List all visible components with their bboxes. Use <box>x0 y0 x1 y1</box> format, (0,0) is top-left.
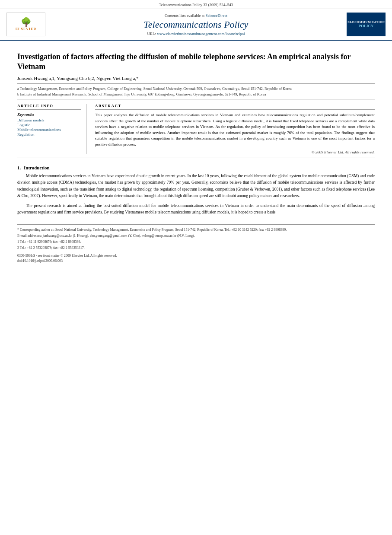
paper-title: Investigation of factors affecting the d… <box>17 52 375 72</box>
sciencedirect-label: Contents lists available at <box>165 13 204 18</box>
telecom-logo-subtitle: POLICY <box>358 24 373 29</box>
abstract-text: This paper analyzes the diffusion of mob… <box>95 112 375 147</box>
journal-url: URL: www.elsevierbusinessandmanagement.c… <box>52 32 340 36</box>
sciencedirect-link-text: ScienceDirect <box>206 13 227 18</box>
page: Telecommunications Policy 33 (2009) 534–… <box>0 0 392 535</box>
telecom-logo-container: TELECOMMUNICATIONS POLICY <box>344 13 388 36</box>
keywords-section: Keywords: Diffusion models Logistic Mobi… <box>17 112 81 137</box>
keywords-list: Diffusion models Logistic Mobile telecom… <box>17 118 81 137</box>
article-info-column: ARTICLE INFO Keywords: Diffusion models … <box>17 104 86 154</box>
keywords-label: Keywords: <box>17 112 81 117</box>
introduction-section: 1. Introduction Mobile telecommunication… <box>17 165 375 216</box>
elsevier-tree-icon: 🌳 <box>21 18 32 26</box>
main-content: Investigation of factors affecting the d… <box>0 41 392 268</box>
sciencedirect-link: Contents lists available at ScienceDirec… <box>52 13 340 18</box>
abstract-section: ABSTRACT This paper analyzes the diffusi… <box>95 104 375 154</box>
citation-bar: Telecommunications Policy 33 (2009) 534–… <box>0 0 392 9</box>
journal-main-title: Telecommunications Policy <box>52 19 340 30</box>
journal-title-center: Contents lists available at ScienceDirec… <box>48 13 344 36</box>
sciencedirect-anchor[interactable]: ScienceDirect <box>206 13 227 18</box>
copyright-notice: © 2009 Elsevier Ltd. All rights reserved… <box>95 150 375 154</box>
article-info-title: ARTICLE INFO <box>17 104 81 110</box>
intro-paragraph-1: Mobile telecommunications services in Vi… <box>17 173 375 199</box>
elsevier-logo-box: 🌳 ELSEVIER <box>6 13 45 36</box>
section-number: 1. <box>17 165 21 170</box>
affiliations: a Technology Management, Economics and P… <box>17 83 375 100</box>
url-label: URL: <box>147 32 156 36</box>
footnote-1: 1 Tel.: +82 11 92908679; fax: +82 2 8808… <box>17 239 375 245</box>
abstract-title: ABSTRACT <box>95 104 375 110</box>
keyword-2[interactable]: Logistic <box>17 123 81 127</box>
section-divider <box>17 157 375 157</box>
keyword-4[interactable]: Regulation <box>17 132 81 137</box>
journal-url-link[interactable]: www.elsevierbusinessandmanagement.com/lo… <box>157 32 245 36</box>
authors: Junseok Hwang a,1, Youngsang Cho b,2, Ng… <box>17 76 375 81</box>
affiliation-a: a Technology Management, Economics and P… <box>17 86 375 92</box>
journal-header: 🌳 ELSEVIER Contents lists available at S… <box>0 9 392 41</box>
article-body: ARTICLE INFO Keywords: Diffusion models … <box>17 104 375 154</box>
footnote-corresponding: * Corresponding author at: Seoul Nationa… <box>17 227 375 232</box>
telecom-logo-title: TELECOMMUNICATIONS <box>347 20 386 24</box>
doi-info: doi:10.1016/j.telpol.2009.06.003 <box>17 258 375 264</box>
elsevier-logo-container: 🌳 ELSEVIER <box>4 13 48 36</box>
keyword-1[interactable]: Diffusion models <box>17 118 81 122</box>
bottom-info: 0308-5961/$ - see front matter © 2009 El… <box>17 253 375 264</box>
footnote-area: * Corresponding author at: Seoul Nationa… <box>17 224 375 264</box>
elsevier-text: ELSEVIER <box>16 27 36 31</box>
telecom-logo-box: TELECOMMUNICATIONS POLICY <box>347 13 386 36</box>
affiliation-b: b Institute of Industrial Management Res… <box>17 92 375 97</box>
issn-info: 0308-5961/$ - see front matter © 2009 El… <box>17 253 375 258</box>
keyword-3[interactable]: Mobile telecommunications <box>17 127 81 132</box>
section-heading: 1. Introduction <box>17 165 375 170</box>
journal-url-text: www.elsevierbusinessandmanagement.com/lo… <box>157 32 245 36</box>
section-title: Introduction <box>24 165 50 170</box>
footnote-email: E-mail addresses: junhwang@snu.ac.kr (J.… <box>17 233 375 239</box>
journal-citation: Telecommunications Policy 33 (2009) 534–… <box>159 3 233 7</box>
footnote-2: 2 Tel.: +82 2 553203878; fax: +82 2 5533… <box>17 245 375 251</box>
intro-paragraph-2: The present research is aimed at finding… <box>17 203 375 216</box>
